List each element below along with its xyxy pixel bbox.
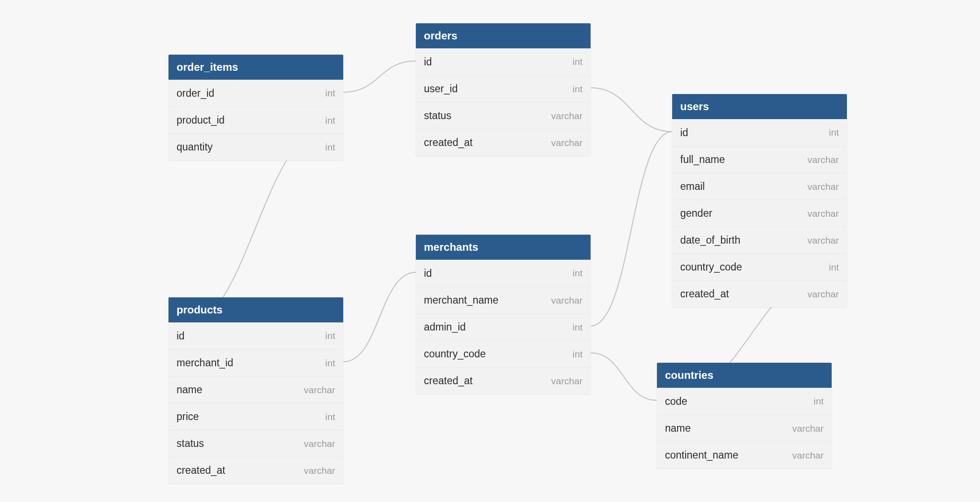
column-type: varchar xyxy=(551,137,583,148)
column-row[interactable]: idint xyxy=(416,260,591,287)
column-name: name xyxy=(665,422,691,434)
column-row[interactable]: continent_namevarchar xyxy=(657,442,832,468)
column-row[interactable]: idint xyxy=(168,322,343,349)
relationship-line xyxy=(591,88,672,132)
column-name: user_id xyxy=(424,83,458,95)
column-row[interactable]: emailvarchar xyxy=(672,173,847,200)
column-name: product_id xyxy=(177,114,224,126)
column-row[interactable]: country_codeint xyxy=(416,340,591,367)
column-type: varchar xyxy=(807,208,839,219)
column-type: varchar xyxy=(792,423,824,434)
relationship-line xyxy=(343,272,416,362)
column-row[interactable]: gendervarchar xyxy=(672,200,847,227)
column-type: int xyxy=(325,330,335,341)
column-name: country_code xyxy=(424,348,486,360)
table-header[interactable]: merchants xyxy=(416,235,591,260)
column-name: id xyxy=(424,267,432,279)
column-name: continent_name xyxy=(665,449,738,461)
column-row[interactable]: order_idint xyxy=(168,80,343,107)
table-products[interactable]: productsidintmerchant_idintnamevarcharpr… xyxy=(168,297,343,484)
column-name: full_name xyxy=(680,154,725,166)
column-row[interactable]: created_atvarchar xyxy=(416,129,591,156)
column-name: quantity xyxy=(177,141,213,153)
column-row[interactable]: date_of_birthvarchar xyxy=(672,227,847,253)
column-name: email xyxy=(680,180,705,193)
column-name: country_code xyxy=(680,261,742,273)
table-header[interactable]: orders xyxy=(416,23,591,48)
table-merchants[interactable]: merchantsidintmerchant_namevarcharadmin_… xyxy=(416,235,591,394)
column-row[interactable]: admin_idint xyxy=(416,313,591,340)
er-diagram-canvas: order_itemsorder_idintproduct_idintquant… xyxy=(0,0,980,502)
column-type: varchar xyxy=(551,376,583,386)
table-users[interactable]: usersidintfull_namevarcharemailvarcharge… xyxy=(672,94,847,307)
table-header[interactable]: countries xyxy=(657,363,832,388)
column-type: int xyxy=(325,88,335,99)
column-name: status xyxy=(424,110,451,122)
column-type: varchar xyxy=(807,289,839,300)
column-row[interactable]: user_idint xyxy=(416,75,591,102)
column-type: int xyxy=(325,115,335,126)
column-type: varchar xyxy=(807,154,839,165)
column-type: int xyxy=(814,396,824,407)
column-row[interactable]: merchant_namevarchar xyxy=(416,287,591,313)
column-row[interactable]: merchant_idint xyxy=(168,349,343,376)
table-countries[interactable]: countriescodeintnamevarcharcontinent_nam… xyxy=(657,363,832,468)
column-name: merchant_name xyxy=(424,294,498,306)
column-type: int xyxy=(325,142,335,153)
column-row[interactable]: namevarchar xyxy=(657,415,832,442)
column-type: int xyxy=(829,127,839,138)
column-name: order_id xyxy=(177,87,214,99)
column-row[interactable]: idint xyxy=(416,48,591,75)
column-row[interactable]: quantityint xyxy=(168,133,343,160)
column-type: int xyxy=(573,84,583,94)
relationship-line xyxy=(343,61,416,92)
column-type: int xyxy=(573,322,583,333)
column-type: varchar xyxy=(807,181,839,192)
table-order_items[interactable]: order_itemsorder_idintproduct_idintquant… xyxy=(168,55,343,160)
column-row[interactable]: created_atvarchar xyxy=(672,280,847,307)
column-name: price xyxy=(177,411,199,423)
column-name: id xyxy=(424,56,432,68)
column-name: id xyxy=(177,330,185,342)
table-header[interactable]: users xyxy=(672,94,847,119)
column-row[interactable]: statusvarchar xyxy=(168,430,343,457)
column-type: int xyxy=(829,262,839,273)
column-row[interactable]: created_atvarchar xyxy=(416,367,591,394)
column-row[interactable]: product_idint xyxy=(168,107,343,133)
table-header[interactable]: order_items xyxy=(168,55,343,80)
column-type: varchar xyxy=(807,235,839,246)
relationship-line xyxy=(591,353,657,400)
column-type: int xyxy=(573,349,583,360)
relationship-line xyxy=(591,132,672,326)
column-row[interactable]: codeint xyxy=(657,388,832,415)
column-type: varchar xyxy=(304,385,335,395)
column-name: status xyxy=(177,438,204,450)
column-type: int xyxy=(573,56,583,67)
table-orders[interactable]: ordersidintuser_idintstatusvarcharcreate… xyxy=(416,23,591,156)
column-type: int xyxy=(325,412,335,422)
column-name: created_at xyxy=(424,375,473,387)
column-name: created_at xyxy=(424,137,473,149)
table-header[interactable]: products xyxy=(168,297,343,322)
column-type: int xyxy=(325,358,335,369)
column-row[interactable]: full_namevarchar xyxy=(672,146,847,173)
column-type: varchar xyxy=(551,111,583,121)
column-type: varchar xyxy=(304,465,335,476)
column-name: gender xyxy=(680,207,712,219)
column-name: created_at xyxy=(680,288,729,300)
column-row[interactable]: statusvarchar xyxy=(416,102,591,129)
column-row[interactable]: country_codeint xyxy=(672,253,847,280)
column-row[interactable]: namevarchar xyxy=(168,376,343,403)
column-name: date_of_birth xyxy=(680,234,740,246)
column-name: merchant_id xyxy=(177,357,233,369)
column-type: int xyxy=(573,268,583,279)
column-name: code xyxy=(665,395,687,408)
column-type: varchar xyxy=(551,295,583,306)
column-name: id xyxy=(680,127,688,139)
column-name: created_at xyxy=(177,464,225,476)
column-row[interactable]: idint xyxy=(672,119,847,146)
column-row[interactable]: priceint xyxy=(168,403,343,430)
column-name: name xyxy=(177,384,203,396)
column-name: admin_id xyxy=(424,321,466,333)
column-row[interactable]: created_atvarchar xyxy=(168,457,343,484)
